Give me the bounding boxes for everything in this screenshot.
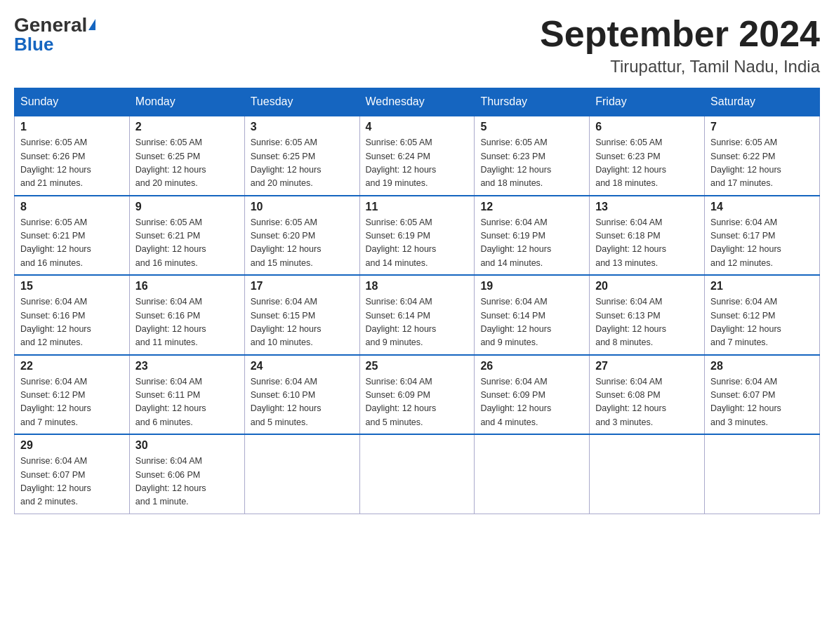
calendar-header-row: Sunday Monday Tuesday Wednesday Thursday… <box>15 88 820 116</box>
calendar-table: Sunday Monday Tuesday Wednesday Thursday… <box>14 88 820 514</box>
day-number: 22 <box>20 360 124 373</box>
day-info: Sunrise: 6:04 AMSunset: 6:12 PMDaylight:… <box>20 375 124 430</box>
table-row: 25Sunrise: 6:04 AMSunset: 6:09 PMDayligh… <box>359 355 475 435</box>
day-info: Sunrise: 6:05 AMSunset: 6:23 PMDaylight:… <box>595 136 699 191</box>
day-info: Sunrise: 6:05 AMSunset: 6:25 PMDaylight:… <box>251 136 354 191</box>
table-row: 21Sunrise: 6:04 AMSunset: 6:12 PMDayligh… <box>705 275 820 355</box>
day-info: Sunrise: 6:05 AMSunset: 6:26 PMDaylight:… <box>20 136 124 191</box>
day-info: Sunrise: 6:04 AMSunset: 6:11 PMDaylight:… <box>135 375 239 430</box>
day-info: Sunrise: 6:04 AMSunset: 6:08 PMDaylight:… <box>595 375 699 430</box>
day-info: Sunrise: 6:04 AMSunset: 6:10 PMDaylight:… <box>251 375 354 430</box>
logo-triangle-icon <box>88 19 95 30</box>
calendar-week-row: 15Sunrise: 6:04 AMSunset: 6:16 PMDayligh… <box>15 275 820 355</box>
logo: General Blue <box>14 14 95 55</box>
table-row: 7Sunrise: 6:05 AMSunset: 6:22 PMDaylight… <box>705 116 820 196</box>
day-number: 23 <box>135 360 239 373</box>
day-info: Sunrise: 6:04 AMSunset: 6:19 PMDaylight:… <box>480 216 583 271</box>
day-info: Sunrise: 6:05 AMSunset: 6:25 PMDaylight:… <box>135 136 239 191</box>
table-row: 17Sunrise: 6:04 AMSunset: 6:15 PMDayligh… <box>244 275 359 355</box>
table-row <box>475 434 590 514</box>
table-row: 30Sunrise: 6:04 AMSunset: 6:06 PMDayligh… <box>129 434 244 514</box>
day-number: 9 <box>135 201 239 213</box>
day-info: Sunrise: 6:04 AMSunset: 6:06 PMDaylight:… <box>135 455 239 509</box>
table-row: 15Sunrise: 6:04 AMSunset: 6:16 PMDayligh… <box>15 275 130 355</box>
col-monday: Monday <box>129 88 244 116</box>
day-number: 1 <box>20 121 124 133</box>
day-info: Sunrise: 6:04 AMSunset: 6:12 PMDaylight:… <box>710 295 814 350</box>
day-info: Sunrise: 6:05 AMSunset: 6:22 PMDaylight:… <box>710 136 814 191</box>
day-number: 5 <box>480 121 583 133</box>
day-info: Sunrise: 6:05 AMSunset: 6:21 PMDaylight:… <box>20 216 124 271</box>
table-row: 29Sunrise: 6:04 AMSunset: 6:07 PMDayligh… <box>15 434 130 514</box>
table-row: 28Sunrise: 6:04 AMSunset: 6:07 PMDayligh… <box>705 355 820 435</box>
day-info: Sunrise: 6:05 AMSunset: 6:21 PMDaylight:… <box>135 216 239 271</box>
day-number: 26 <box>480 360 583 373</box>
day-info: Sunrise: 6:04 AMSunset: 6:09 PMDaylight:… <box>366 375 469 430</box>
calendar-title-area: September 2024 Tirupattur, Tamil Nadu, I… <box>540 14 820 76</box>
day-number: 11 <box>366 201 469 213</box>
day-info: Sunrise: 6:05 AMSunset: 6:20 PMDaylight:… <box>251 216 354 271</box>
day-info: Sunrise: 6:04 AMSunset: 6:13 PMDaylight:… <box>595 295 699 350</box>
day-number: 8 <box>20 201 124 213</box>
table-row <box>590 434 705 514</box>
day-number: 19 <box>480 280 583 293</box>
calendar-week-row: 8Sunrise: 6:05 AMSunset: 6:21 PMDaylight… <box>15 196 820 276</box>
calendar-week-row: 29Sunrise: 6:04 AMSunset: 6:07 PMDayligh… <box>15 434 820 514</box>
day-number: 10 <box>251 201 354 213</box>
day-number: 4 <box>366 121 469 133</box>
table-row: 19Sunrise: 6:04 AMSunset: 6:14 PMDayligh… <box>475 275 590 355</box>
day-info: Sunrise: 6:04 AMSunset: 6:16 PMDaylight:… <box>20 295 124 350</box>
col-saturday: Saturday <box>705 88 820 116</box>
day-number: 21 <box>710 280 814 293</box>
logo-blue-text: Blue <box>14 34 53 55</box>
day-number: 17 <box>251 280 354 293</box>
day-info: Sunrise: 6:04 AMSunset: 6:18 PMDaylight:… <box>595 216 699 271</box>
day-number: 29 <box>20 439 124 452</box>
day-info: Sunrise: 6:04 AMSunset: 6:09 PMDaylight:… <box>480 375 583 430</box>
col-wednesday: Wednesday <box>359 88 475 116</box>
day-info: Sunrise: 6:04 AMSunset: 6:15 PMDaylight:… <box>251 295 354 350</box>
day-number: 14 <box>710 201 814 213</box>
table-row: 23Sunrise: 6:04 AMSunset: 6:11 PMDayligh… <box>129 355 244 435</box>
day-number: 27 <box>595 360 699 373</box>
page-header: General Blue September 2024 Tirupattur, … <box>14 14 820 76</box>
day-number: 18 <box>366 280 469 293</box>
table-row: 20Sunrise: 6:04 AMSunset: 6:13 PMDayligh… <box>590 275 705 355</box>
table-row: 8Sunrise: 6:05 AMSunset: 6:21 PMDaylight… <box>15 196 130 276</box>
table-row: 24Sunrise: 6:04 AMSunset: 6:10 PMDayligh… <box>244 355 359 435</box>
day-info: Sunrise: 6:04 AMSunset: 6:14 PMDaylight:… <box>366 295 469 350</box>
col-thursday: Thursday <box>475 88 590 116</box>
table-row: 13Sunrise: 6:04 AMSunset: 6:18 PMDayligh… <box>590 196 705 276</box>
table-row: 18Sunrise: 6:04 AMSunset: 6:14 PMDayligh… <box>359 275 475 355</box>
month-year-title: September 2024 <box>540 14 820 54</box>
day-number: 12 <box>480 201 583 213</box>
day-info: Sunrise: 6:05 AMSunset: 6:24 PMDaylight:… <box>366 136 469 191</box>
table-row: 22Sunrise: 6:04 AMSunset: 6:12 PMDayligh… <box>15 355 130 435</box>
day-info: Sunrise: 6:04 AMSunset: 6:14 PMDaylight:… <box>480 295 583 350</box>
day-number: 7 <box>710 121 814 133</box>
table-row: 1Sunrise: 6:05 AMSunset: 6:26 PMDaylight… <box>15 116 130 196</box>
day-number: 3 <box>251 121 354 133</box>
day-number: 30 <box>135 439 239 452</box>
day-info: Sunrise: 6:04 AMSunset: 6:07 PMDaylight:… <box>710 375 814 430</box>
day-number: 24 <box>251 360 354 373</box>
table-row: 2Sunrise: 6:05 AMSunset: 6:25 PMDaylight… <box>129 116 244 196</box>
day-number: 28 <box>710 360 814 373</box>
day-number: 6 <box>595 121 699 133</box>
table-row <box>705 434 820 514</box>
table-row <box>244 434 359 514</box>
col-friday: Friday <box>590 88 705 116</box>
day-number: 2 <box>135 121 239 133</box>
table-row: 26Sunrise: 6:04 AMSunset: 6:09 PMDayligh… <box>475 355 590 435</box>
day-number: 16 <box>135 280 239 293</box>
table-row: 14Sunrise: 6:04 AMSunset: 6:17 PMDayligh… <box>705 196 820 276</box>
day-info: Sunrise: 6:05 AMSunset: 6:19 PMDaylight:… <box>366 216 469 271</box>
table-row: 11Sunrise: 6:05 AMSunset: 6:19 PMDayligh… <box>359 196 475 276</box>
col-tuesday: Tuesday <box>244 88 359 116</box>
day-number: 25 <box>366 360 469 373</box>
day-info: Sunrise: 6:05 AMSunset: 6:23 PMDaylight:… <box>480 136 583 191</box>
table-row: 10Sunrise: 6:05 AMSunset: 6:20 PMDayligh… <box>244 196 359 276</box>
location-title: Tirupattur, Tamil Nadu, India <box>540 57 820 76</box>
table-row <box>359 434 475 514</box>
day-info: Sunrise: 6:04 AMSunset: 6:07 PMDaylight:… <box>20 455 124 509</box>
